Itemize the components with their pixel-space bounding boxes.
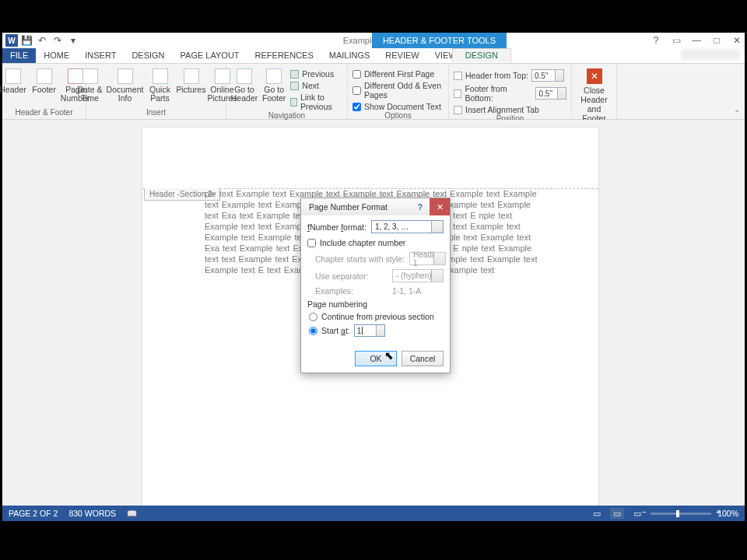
qat-customize-icon[interactable]: ▾ xyxy=(66,33,80,47)
ribbon: Header Footer Page Number Header & Foote… xyxy=(2,64,745,120)
start-at-input[interactable]: 1 xyxy=(354,324,385,337)
goto-footer-button[interactable]: Go to Footer xyxy=(262,65,286,103)
include-chapter-checkbox[interactable]: Include chapter number xyxy=(307,238,444,247)
date-time-button[interactable]: Date & Time xyxy=(77,65,103,103)
tab-design[interactable]: DESIGN xyxy=(124,48,172,63)
examples-label: Examples: xyxy=(315,286,353,296)
ribbon-tabs: FILE HOME INSERT DESIGN PAGE LAYOUT REFE… xyxy=(2,48,745,64)
tab-review[interactable]: REVIEW xyxy=(377,48,426,63)
dialog-help-button[interactable]: ? xyxy=(412,202,428,212)
number-format-label: fNumber format:Number format: xyxy=(307,222,366,232)
close-hf-button[interactable]: Close Header and Footer xyxy=(577,86,612,123)
maximize-button[interactable]: □ xyxy=(710,35,723,46)
continue-previous-radio[interactable]: Continue from previous section xyxy=(307,312,444,321)
save-icon[interactable]: 💾 xyxy=(19,33,33,47)
show-document-text-checkbox[interactable]: Show Document Text xyxy=(352,102,444,111)
document-info-button[interactable]: Document Info xyxy=(108,65,142,103)
ok-button[interactable]: OK xyxy=(355,351,397,366)
group-insert: Insert xyxy=(146,108,166,117)
view-read-icon[interactable]: ▭ xyxy=(590,508,604,519)
different-first-page-checkbox[interactable]: Different First Page xyxy=(352,69,444,79)
group-header-footer: Header & Footer xyxy=(16,108,73,117)
minimize-button[interactable]: — xyxy=(690,35,703,46)
separator-label: Use separator: xyxy=(315,271,369,281)
page-number-format-dialog: Page Number Format ? ✕ fNumber format:Nu… xyxy=(300,198,451,373)
undo-icon[interactable]: ↶ xyxy=(35,33,49,47)
footer-bottom-spinner[interactable]: 0.5" xyxy=(535,87,566,100)
header-button[interactable]: Header xyxy=(0,65,26,94)
separator-select: - (hyphen) xyxy=(392,269,444,282)
status-bar: PAGE 2 OF 2 830 WORDS 📖 ▭ ▭ ▭ 100% xyxy=(2,506,745,521)
quick-parts-button[interactable]: Quick Parts xyxy=(147,65,174,103)
tab-insert[interactable]: INSERT xyxy=(77,48,124,63)
start-at-radio[interactable]: Start at:Start at: 1 xyxy=(307,324,444,337)
tab-mailings[interactable]: MAILINGS xyxy=(321,48,378,63)
dialog-title: Page Number Format xyxy=(309,202,388,212)
chapter-style-label: Chapter starts with style: xyxy=(315,254,405,264)
title-bar: W 💾 ↶ ↷ ▾ Example - Word HEADER & FOOTER… xyxy=(2,33,745,48)
ribbon-display-button[interactable]: ▭ xyxy=(670,35,682,46)
tab-references[interactable]: REFERENCES xyxy=(247,48,321,63)
tab-hf-design[interactable]: DESIGN xyxy=(452,48,511,62)
help-button[interactable]: ? xyxy=(650,35,662,46)
redo-icon[interactable]: ↷ xyxy=(51,33,65,47)
next-button[interactable]: Next xyxy=(290,81,342,90)
insert-alignment-tab-button[interactable]: Insert Alignment Tab xyxy=(454,105,566,114)
close-hf-icon[interactable]: ✕ xyxy=(587,68,602,84)
header-top-spinner[interactable]: 0.5" xyxy=(531,69,564,82)
view-print-icon[interactable]: ▭ xyxy=(610,508,624,519)
zoom-level[interactable]: 100% xyxy=(717,509,738,518)
word-icon: W xyxy=(5,34,18,47)
footer-button[interactable]: Footer xyxy=(31,65,58,94)
tab-home[interactable]: HOME xyxy=(36,48,77,63)
different-odd-even-checkbox[interactable]: Different Odd & Even Pages xyxy=(352,81,444,100)
page-numbering-label: Page numbering xyxy=(307,299,444,309)
collapse-ribbon-icon[interactable]: ⌃ xyxy=(734,109,740,117)
previous-button[interactable]: Previous xyxy=(290,69,342,79)
examples-value: 1-1, 1-A xyxy=(392,286,444,296)
dialog-close-button[interactable]: ✕ xyxy=(430,198,450,215)
tab-page-layout[interactable]: PAGE LAYOUT xyxy=(173,48,247,63)
status-word-count[interactable]: 830 WORDS xyxy=(68,509,116,518)
goto-header-button[interactable]: Go to Header xyxy=(231,65,258,103)
pictures-button[interactable]: Pictures xyxy=(178,65,205,94)
zoom-slider[interactable] xyxy=(651,513,711,515)
contextual-tab-label: HEADER & FOOTER TOOLS xyxy=(372,33,507,48)
cancel-button[interactable]: Cancel xyxy=(402,351,444,366)
status-proofing-icon[interactable]: 📖 xyxy=(127,509,137,519)
signin-area[interactable] xyxy=(682,49,740,60)
close-window-button[interactable]: ✕ xyxy=(731,35,743,46)
chapter-style-select: Heading 1 xyxy=(409,252,446,265)
link-previous-button[interactable]: Link to Previous xyxy=(290,93,342,111)
footer-bottom-icon xyxy=(454,89,461,98)
tab-file[interactable]: FILE xyxy=(2,48,36,63)
status-page[interactable]: PAGE 2 OF 2 xyxy=(9,509,58,518)
number-format-select[interactable]: 1, 2, 3, … xyxy=(371,220,444,233)
header-top-icon xyxy=(454,72,462,80)
